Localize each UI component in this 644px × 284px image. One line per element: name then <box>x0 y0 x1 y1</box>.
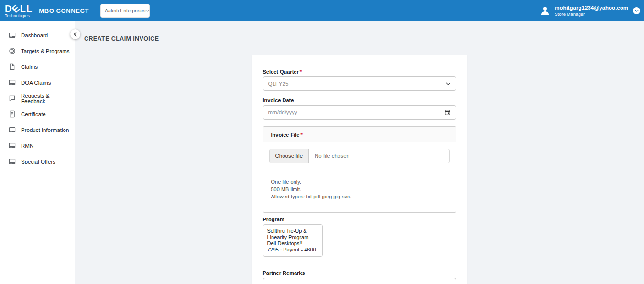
chevron-down-icon <box>446 82 451 86</box>
user-menu-button[interactable] <box>633 7 640 14</box>
store-selector-value: Aakriti Enterprises <box>105 8 145 13</box>
sidebar-item-label: RMN <box>21 143 33 149</box>
invoice-date-label: Invoice Date <box>263 98 456 103</box>
invoice-date-placeholder: mm/dd/yyyy <box>268 109 297 115</box>
sidebar-item-label: Special Offers <box>21 159 55 164</box>
web-window-icon <box>9 32 16 39</box>
file-icon <box>9 63 16 70</box>
sidebar-item-targets-programs[interactable]: Targets & Programs <box>0 43 75 59</box>
document-lines-icon <box>9 110 16 118</box>
web-window-icon <box>9 79 16 86</box>
sidebar-item-dashboard[interactable]: Dashboard <box>0 27 75 43</box>
target-icon <box>9 47 16 55</box>
invoice-date-field: Invoice Date mm/dd/yyyy <box>263 98 456 120</box>
sidebar-item-label: Certificate <box>21 111 46 117</box>
chevron-down-icon <box>145 10 149 12</box>
invoice-file-fieldset: Invoice File* Choose file No file chosen… <box>263 126 456 213</box>
invoice-file-label: Invoice File* <box>271 132 303 138</box>
required-asterisk: * <box>300 132 302 138</box>
invoice-date-input[interactable]: mm/dd/yyyy <box>263 105 456 120</box>
user-account-area: mohitgarg1234@yahoo.com Store Manager <box>539 5 640 17</box>
program-field: Program Sellthru Tie-Up & Linearity Prog… <box>263 217 456 257</box>
program-listbox[interactable]: Sellthru Tie-Up & Linearity Program Dell… <box>263 224 323 257</box>
file-upload-input[interactable]: Choose file No file chosen <box>269 149 450 163</box>
invoice-file-body: Choose file No file chosen One file only… <box>263 142 456 212</box>
sidebar-item-label: Claims <box>21 64 38 70</box>
select-quarter-label: Select Quarter* <box>263 69 456 75</box>
app-title: MBO CONNECT <box>39 7 89 14</box>
file-constraints: One file only. 500 MB limit. Allowed typ… <box>271 178 448 201</box>
user-identity: mohitgarg1234@yahoo.com Store Manager <box>555 5 628 17</box>
select-quarter-field: Select Quarter* Q1FY25 <box>263 69 456 91</box>
partner-remarks-label: Partner Remarks <box>263 270 456 276</box>
sidebar-item-label: Product Information <box>21 127 69 133</box>
dell-logo: DELL Technologies <box>5 4 33 18</box>
file-constraint-line: 500 MB limit. <box>271 186 448 194</box>
sidebar-item-special-offers[interactable]: Special Offers <box>0 153 75 169</box>
choose-file-button[interactable]: Choose file <box>270 149 309 163</box>
file-constraint-line: One file only. <box>271 178 448 186</box>
sidebar-item-label: Dashboard <box>21 33 48 38</box>
sidebar-item-rmn[interactable]: RMN <box>0 138 75 153</box>
sidebar-item-doa-claims[interactable]: DOA Claims <box>0 75 75 90</box>
calendar-icon <box>444 109 451 116</box>
partner-remarks-field: Partner Remarks <box>263 270 456 284</box>
app-header: DELL Technologies MBO CONNECT Aakriti En… <box>0 0 644 21</box>
dell-logo-text: DELL <box>5 4 33 13</box>
sidebar-item-requests-feedback[interactable]: Requests & Feedback <box>0 90 75 106</box>
sidebar-item-claims[interactable]: Claims <box>0 59 75 75</box>
user-role: Store Manager <box>555 11 628 17</box>
store-selector-dropdown[interactable]: Aakriti Enterprises <box>100 4 150 18</box>
sidebar-collapse-button[interactable] <box>70 29 80 39</box>
page-body: Dashboard Targets & Programs Claims DOA … <box>0 21 644 284</box>
dell-logo-subtext: Technologies <box>5 14 33 18</box>
page-title: CREATE CLAIM INVOICE <box>84 35 644 42</box>
user-avatar-icon <box>539 5 551 16</box>
no-file-chosen-text: No file chosen <box>315 153 349 159</box>
sidebar-item-label: DOA Claims <box>21 80 51 86</box>
title-divider <box>84 48 634 48</box>
logo-letter: LL <box>20 4 33 13</box>
sidebar-item-label: Requests & Feedback <box>21 93 75 104</box>
select-quarter-dropdown[interactable]: Q1FY25 <box>263 76 456 91</box>
program-option[interactable]: Sellthru Tie-Up & Linearity Program Dell… <box>267 228 318 253</box>
invoice-file-header: Invoice File* <box>263 127 456 142</box>
main-content: CREATE CLAIM INVOICE Select Quarter* Q1F… <box>75 21 644 284</box>
user-email: mohitgarg1234@yahoo.com <box>555 5 628 11</box>
claim-invoice-form-card: Select Quarter* Q1FY25 Invoice Date mm/d… <box>252 55 467 284</box>
sidebar-item-product-information[interactable]: Product Information <box>0 122 75 138</box>
file-constraint-line: Allowed types: txt pdf jpeg jpg svn. <box>271 193 448 201</box>
partner-remarks-input[interactable] <box>263 278 456 284</box>
program-label: Program <box>263 217 456 222</box>
select-quarter-value: Q1FY25 <box>268 81 289 87</box>
web-window-icon <box>9 142 16 149</box>
required-asterisk: * <box>300 69 302 75</box>
web-window-icon <box>9 126 16 133</box>
sidebar-nav: Dashboard Targets & Programs Claims DOA … <box>0 21 75 284</box>
sidebar-item-label: Targets & Programs <box>21 48 70 54</box>
chat-bubble-icon <box>9 95 16 102</box>
sidebar-item-certificate[interactable]: Certificate <box>0 106 75 122</box>
web-window-icon <box>9 158 16 165</box>
